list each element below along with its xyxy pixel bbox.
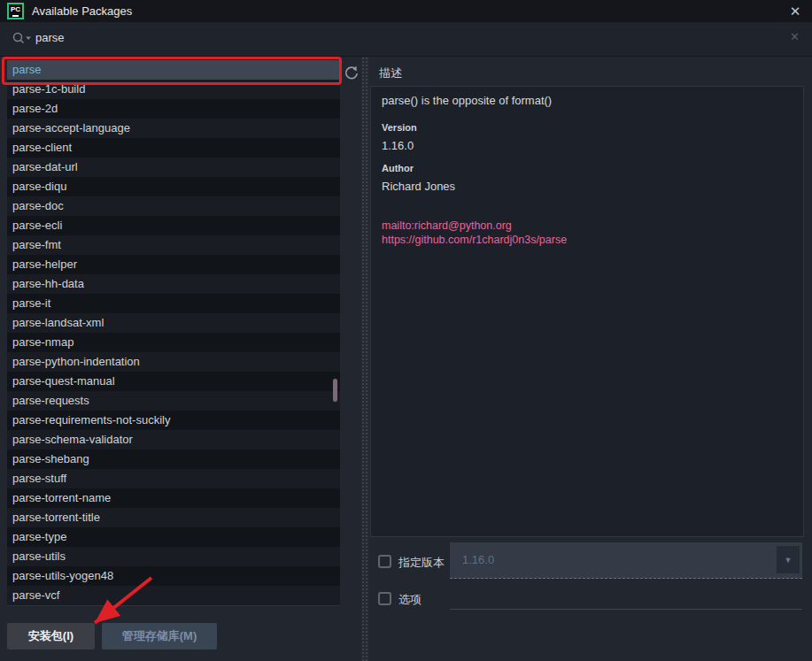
- version-combobox[interactable]: 1.16.0 ▼: [450, 542, 802, 579]
- install-package-button[interactable]: 安装包(I): [7, 623, 95, 649]
- list-item[interactable]: parse-fmt: [7, 235, 340, 255]
- specify-version-checkbox[interactable]: [378, 555, 391, 568]
- list-item[interactable]: parse: [7, 60, 340, 80]
- list-item[interactable]: parse-ecli: [7, 216, 340, 235]
- search-bar[interactable]: parse ✕: [0, 22, 812, 57]
- list-item[interactable]: parse-torrent-name: [7, 488, 340, 508]
- dialog-title: Available Packages: [32, 4, 132, 18]
- refresh-icon[interactable]: [344, 65, 360, 81]
- version-value: 1.16.0: [382, 139, 414, 152]
- version-combobox-value: 1.16.0: [462, 553, 494, 566]
- package-links: mailto:richard@python.org https://github…: [382, 219, 567, 247]
- pycharm-logo-icon: PC: [7, 3, 24, 19]
- list-item[interactable]: parse-shebang: [7, 450, 340, 469]
- list-item[interactable]: parse-torrent-title: [7, 508, 340, 527]
- list-item[interactable]: parse-vcf: [7, 586, 340, 605]
- search-input[interactable]: parse: [35, 31, 65, 44]
- author-label: Author: [382, 163, 414, 173]
- list-item[interactable]: parse-dat-url: [7, 158, 340, 177]
- manage-repositories-button[interactable]: 管理存储库(M): [102, 623, 217, 649]
- options-label: 选项: [398, 592, 421, 608]
- clear-search-icon[interactable]: ✕: [790, 30, 800, 43]
- options-checkbox[interactable]: [378, 592, 391, 605]
- available-packages-dialog: PC Available Packages ✕ parse ✕ parsepar…: [0, 0, 812, 661]
- chevron-down-icon[interactable]: ▼: [777, 546, 800, 573]
- pycharm-logo-underscore: [12, 15, 19, 17]
- list-item[interactable]: parse-hh-data: [7, 274, 340, 294]
- list-item[interactable]: parse-stuff: [7, 469, 340, 488]
- list-item[interactable]: parse-utils-yogen48: [7, 566, 340, 586]
- author-email-link[interactable]: mailto:richard@python.org: [382, 219, 567, 233]
- description-header: 描述: [379, 65, 402, 81]
- list-item[interactable]: parse-2d: [7, 99, 340, 119]
- list-item[interactable]: parse-accept-language: [7, 119, 340, 138]
- description-box: parse() is the opposite of format() Vers…: [370, 86, 804, 537]
- package-description: parse() is the opposite of format(): [382, 94, 552, 107]
- list-item[interactable]: parse-doc: [7, 196, 340, 216]
- close-icon[interactable]: ✕: [785, 2, 805, 21]
- titlebar: PC Available Packages ✕: [0, 0, 812, 22]
- list-item[interactable]: parse-python-indentation: [7, 352, 340, 372]
- list-item[interactable]: parse-landsat-xml: [7, 313, 340, 333]
- project-url-link[interactable]: https://github.com/r1chardj0n3s/parse: [382, 233, 567, 247]
- details-panel: 描述 parse() is the opposite of format() V…: [370, 57, 812, 661]
- splitter-handle[interactable]: [361, 57, 369, 661]
- list-item[interactable]: parse-requirements-not-suckily: [7, 411, 340, 430]
- options-input-underline[interactable]: [450, 609, 802, 610]
- list-item[interactable]: parse-1c-build: [7, 80, 340, 99]
- list-item[interactable]: parse-nmap: [7, 333, 340, 352]
- list-item[interactable]: parse-helper: [7, 255, 340, 274]
- search-icon: [12, 31, 33, 47]
- list-item[interactable]: parse-client: [7, 138, 340, 158]
- list-item[interactable]: parse-type: [7, 527, 340, 547]
- author-value: Richard Jones: [382, 180, 455, 193]
- specify-version-label: 指定版本: [398, 555, 445, 571]
- version-label: Version: [382, 122, 417, 133]
- list-item[interactable]: parse-diqu: [7, 177, 340, 196]
- list-item[interactable]: parse-requests: [7, 391, 340, 411]
- package-list: parseparse-1c-buildparse-2dparse-accept-…: [7, 60, 340, 606]
- pycharm-logo-text: PC: [11, 6, 20, 13]
- list-item[interactable]: parse-it: [7, 294, 340, 313]
- list-item[interactable]: parse-quest-manual: [7, 372, 340, 391]
- list-item[interactable]: parse-utils: [7, 547, 340, 566]
- scrollbar-thumb[interactable]: [333, 379, 337, 402]
- list-item[interactable]: parse-schema-validator: [7, 430, 340, 450]
